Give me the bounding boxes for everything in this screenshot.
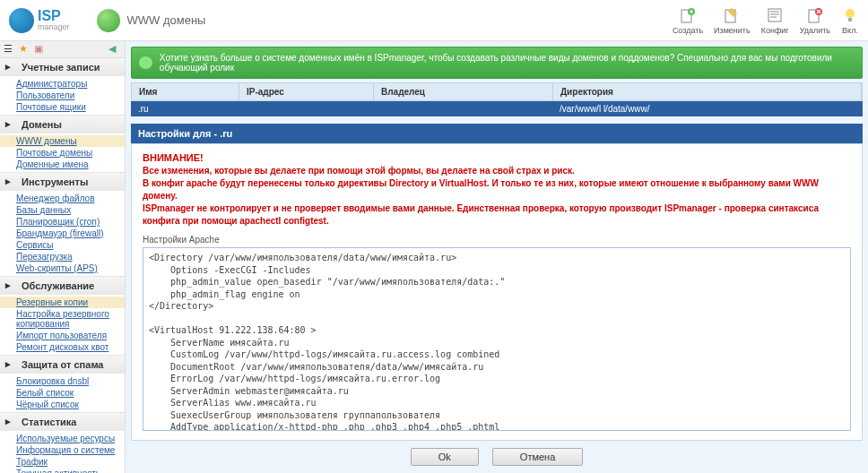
warning-block: ВНИМАНИЕ! Все изменения, которые вы дела…	[143, 151, 851, 228]
sidebar-item[interactable]: Белый список	[0, 387, 125, 399]
edit-button[interactable]: Изменить	[714, 6, 751, 35]
sidebar-item[interactable]: Импорт пользователя	[0, 330, 125, 341]
bulb-icon	[841, 6, 859, 24]
sidebar-link[interactable]: Сервисы	[16, 240, 53, 250]
sidebar-item[interactable]: Резервные копии	[0, 297, 125, 308]
sidebar-section: ▸Защита от спамаБлокировка dnsblБелый сп…	[0, 356, 125, 413]
apache-config-textarea[interactable]: <Directory /var/www/имяпользователя/data…	[143, 247, 851, 431]
sidebar-item[interactable]: Трафик	[0, 456, 125, 468]
sidebar-item[interactable]: Почтовые домены	[0, 147, 125, 159]
section-icon: ▸	[5, 176, 18, 188]
sidebar-item[interactable]: Информация о системе	[0, 444, 125, 456]
sidebar-section-header[interactable]: ▸Учетные записи	[0, 58, 125, 76]
sidebar-link[interactable]: Настройка резервного копирования	[16, 309, 109, 329]
sidebar-link[interactable]: Текущая активность	[16, 469, 100, 473]
lines-document-icon	[766, 6, 784, 24]
sidebar-item[interactable]: Почтовые ящики	[0, 101, 125, 113]
star-icon[interactable]: ★	[19, 43, 31, 56]
sidebar-link[interactable]: Ремонт дисковых квот	[16, 342, 108, 352]
collapse-icon[interactable]: ◀	[108, 43, 121, 56]
sidebar: ☰ ★ ▣ ◀ ▸Учетные записиАдминистраторыПол…	[0, 41, 126, 473]
delete-document-icon	[806, 6, 824, 24]
cancel-button[interactable]: Отмена	[492, 448, 583, 466]
section-icon: ▸	[5, 280, 18, 292]
sidebar-item[interactable]: Блокировка dnsbl	[0, 375, 125, 387]
sidebar-item[interactable]: Настройка резервного копирования	[0, 308, 125, 330]
sidebar-link[interactable]: Резервные копии	[16, 297, 88, 307]
sidebar-section: ▸СтатистикаИспользуемые ресурсыИнформаци…	[0, 413, 125, 473]
sidebar-item[interactable]: Планировщик (cron)	[0, 216, 125, 228]
window-icon[interactable]: ▣	[34, 43, 47, 56]
sidebar-section-header[interactable]: ▸Инструменты	[0, 173, 125, 191]
sidebar-link[interactable]: Информация о системе	[16, 445, 115, 455]
sidebar-item[interactable]: Чёрный список	[0, 399, 125, 410]
header: ISP manager WWW домены Создать Изменить …	[0, 0, 868, 41]
menu-icon[interactable]: ☰	[4, 43, 16, 56]
col-dir[interactable]: Директория	[553, 83, 862, 100]
sidebar-item[interactable]: Текущая активность	[0, 468, 125, 473]
sidebar-link[interactable]: Почтовые домены	[16, 148, 92, 158]
sidebar-item[interactable]: Пользователи	[0, 90, 125, 101]
sidebar-link[interactable]: Администраторы	[16, 79, 87, 89]
enable-button[interactable]: Вкл.	[841, 6, 859, 35]
sidebar-tabs: ☰ ★ ▣ ◀	[0, 41, 125, 58]
page-title-container: WWW домены	[97, 9, 206, 32]
sidebar-link[interactable]: Блокировка dnsbl	[16, 376, 89, 386]
globe-icon	[97, 9, 120, 32]
table-header: Имя IP-адрес Владелец Директория	[131, 82, 863, 101]
sidebar-section-header[interactable]: ▸Домены	[0, 116, 125, 133]
sidebar-item[interactable]: Перезагрузка	[0, 251, 125, 262]
sidebar-link[interactable]: Web-скрипты (APS)	[16, 263, 98, 273]
col-owner[interactable]: Владелец	[374, 83, 553, 100]
plus-document-icon	[679, 6, 697, 24]
sidebar-item[interactable]: Менеджер файлов	[0, 193, 125, 204]
button-bar: Ok Отмена	[131, 441, 863, 468]
sidebar-link[interactable]: Чёрный список	[16, 400, 79, 409]
sidebar-link[interactable]: Импорт пользователя	[16, 331, 107, 340]
config-button[interactable]: Конфиг	[761, 6, 789, 35]
speech-bubble-icon	[139, 56, 152, 69]
delete-button[interactable]: Удалить	[800, 6, 830, 35]
section-icon: ▸	[5, 118, 18, 131]
sidebar-item[interactable]: WWW домены	[0, 135, 125, 147]
sidebar-link[interactable]: WWW домены	[16, 136, 77, 146]
sidebar-link[interactable]: Белый список	[16, 388, 74, 398]
sidebar-link[interactable]: Используемые ресурсы	[16, 434, 115, 443]
logo-icon	[9, 8, 34, 33]
sidebar-section-header[interactable]: ▸Обслуживание	[0, 277, 125, 295]
sidebar-item[interactable]: Администраторы	[0, 78, 125, 90]
sidebar-section: ▸ОбслуживаниеРезервные копииНастройка ре…	[0, 277, 125, 356]
sidebar-link[interactable]: Планировщик (cron)	[16, 217, 100, 227]
info-banner[interactable]: Хотите узнать больше о системе доменных …	[131, 47, 863, 79]
create-button[interactable]: Создать	[673, 6, 703, 35]
sidebar-item[interactable]: Используемые ресурсы	[0, 433, 125, 444]
sidebar-link[interactable]: Базы данных	[16, 205, 71, 215]
sidebar-link[interactable]: Доменные имена	[16, 159, 89, 169]
sidebar-item[interactable]: Доменные имена	[0, 159, 125, 170]
banner-text: Хотите узнать больше о системе доменных …	[160, 53, 855, 73]
sidebar-link[interactable]: Почтовые ящики	[16, 102, 86, 112]
sidebar-link[interactable]: Трафик	[16, 457, 48, 467]
table-row[interactable]: .ru /var/www/l l/data/www/	[131, 101, 863, 116]
sidebar-item[interactable]: Web-скрипты (APS)	[0, 262, 125, 274]
section-icon: ▸	[5, 416, 18, 428]
sidebar-item[interactable]: Ремонт дисковых квот	[0, 341, 125, 353]
sidebar-item[interactable]: Брандмауэр (firewall)	[0, 228, 125, 239]
page-title: WWW домены	[127, 13, 206, 27]
sidebar-link[interactable]: Пользователи	[16, 90, 74, 100]
logo: ISP manager	[9, 8, 70, 33]
sidebar-section-header[interactable]: ▸Статистика	[0, 413, 125, 431]
sidebar-link[interactable]: Менеджер файлов	[16, 194, 95, 203]
ok-button[interactable]: Ok	[411, 448, 479, 466]
sidebar-section-header[interactable]: ▸Защита от спама	[0, 356, 125, 374]
sidebar-item[interactable]: Сервисы	[0, 239, 125, 251]
logo-text-1: ISP	[38, 9, 70, 23]
logo-text-2: manager	[38, 23, 70, 31]
section-icon: ▸	[5, 358, 18, 371]
col-name[interactable]: Имя	[132, 83, 239, 100]
sidebar-link[interactable]: Перезагрузка	[16, 252, 73, 262]
sidebar-item[interactable]: Базы данных	[0, 204, 125, 216]
toolbar: Создать Изменить Конфиг Удалить Вкл.	[673, 6, 859, 35]
col-ip[interactable]: IP-адрес	[239, 83, 374, 100]
sidebar-link[interactable]: Брандмауэр (firewall)	[16, 228, 103, 238]
